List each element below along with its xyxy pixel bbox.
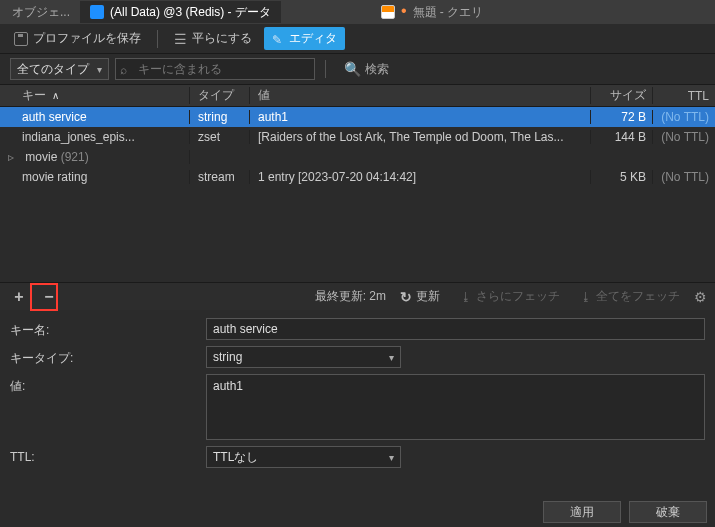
bottom-bar: 適用 破棄 — [543, 501, 707, 523]
flatten-icon: ☰ — [174, 31, 187, 47]
divider — [325, 60, 326, 78]
tab-data[interactable]: (All Data) @3 (Redis) - データ — [80, 1, 281, 23]
divider — [157, 30, 158, 48]
button-label: 検索 — [365, 61, 389, 78]
apply-button[interactable]: 適用 — [543, 501, 621, 523]
ttl-select[interactable]: TTLなし ▾ — [206, 446, 401, 468]
flatten-button[interactable]: ☰ 平らにする — [166, 27, 260, 50]
key-type-label: キータイプ: — [10, 346, 206, 367]
remove-key-button[interactable]: − — [38, 286, 60, 308]
key-table: キー ∧ タイプ 値 サイズ TTL auth service string a… — [0, 84, 715, 282]
table-row[interactable]: movie rating stream 1 entry [2023-07-20 … — [0, 167, 715, 187]
edit-icon: ✎ — [272, 33, 284, 45]
key-search-input[interactable] — [134, 62, 310, 76]
column-header-ttl[interactable]: TTL — [653, 89, 715, 103]
tab-label: オブジェ... — [12, 4, 70, 21]
key-type-select[interactable]: string ▾ — [206, 346, 401, 368]
tab-bar: オブジェ... (All Data) @3 (Redis) - データ • 無題… — [0, 0, 715, 24]
type-filter-select[interactable]: 全てのタイプ ▾ — [10, 58, 109, 80]
column-header-value[interactable]: 値 — [250, 87, 591, 104]
search-icon: 🔍 — [344, 61, 361, 77]
sort-asc-icon: ∧ — [52, 90, 59, 101]
button-label: 平らにする — [192, 30, 252, 47]
search-field-wrap: ⌕ — [115, 58, 315, 80]
chevron-down-icon: ▾ — [97, 64, 102, 75]
database-icon — [90, 5, 104, 19]
tab-label: (All Data) @3 (Redis) - データ — [110, 4, 271, 21]
fetch-all-button[interactable]: ⭳ 全てをフェッチ — [574, 288, 686, 305]
key-icon: ⌕ — [120, 63, 134, 75]
button-label: エディタ — [289, 30, 337, 47]
download-icon: ⭳ — [460, 290, 472, 304]
refresh-button[interactable]: ↻ 更新 — [394, 288, 446, 305]
toolbar: プロファイルを保存 ☰ 平らにする ✎ エディタ — [0, 24, 715, 54]
table-row[interactable]: indiana_jones_epis... zset [Raiders of t… — [0, 127, 715, 147]
expand-icon[interactable]: ▹ — [8, 150, 18, 164]
fetch-more-button[interactable]: ⭳ さらにフェッチ — [454, 288, 566, 305]
download-all-icon: ⭳ — [580, 290, 592, 304]
value-label: 値: — [10, 374, 206, 395]
ttl-label: TTL: — [10, 446, 206, 464]
value-textarea[interactable]: auth1 — [206, 374, 705, 440]
tab-query[interactable]: • 無題 - クエリ — [371, 1, 493, 23]
save-profile-button[interactable]: プロファイルを保存 — [6, 27, 149, 50]
filter-bar: 全てのタイプ ▾ ⌕ 🔍 検索 — [0, 54, 715, 84]
details-pane: キー名: auth service キータイプ: string ▾ 値: aut… — [0, 310, 715, 468]
column-header-key[interactable]: キー ∧ — [0, 87, 190, 104]
editor-button[interactable]: ✎ エディタ — [264, 27, 345, 50]
chevron-down-icon: ▾ — [389, 352, 394, 363]
action-bar: + − 最終更新: 2m ↻ 更新 ⭳ さらにフェッチ ⭳ 全てをフェッチ ⚙ — [0, 282, 715, 310]
column-header-type[interactable]: タイプ — [190, 87, 250, 104]
gear-icon[interactable]: ⚙ — [694, 289, 707, 305]
table-row[interactable]: ▹ movie (921) — [0, 147, 715, 167]
tab-objects[interactable]: オブジェ... — [2, 1, 80, 23]
key-name-input[interactable]: auth service — [206, 318, 705, 340]
chevron-down-icon: ▾ — [389, 452, 394, 463]
table-header: キー ∧ タイプ 値 サイズ TTL — [0, 85, 715, 107]
refresh-icon: ↻ — [400, 289, 412, 305]
search-button[interactable]: 🔍 検索 — [336, 61, 389, 78]
table-row[interactable]: auth service string auth1 72 B (No TTL) — [0, 107, 715, 127]
column-header-size[interactable]: サイズ — [591, 87, 653, 104]
sheet-icon — [381, 5, 395, 19]
key-name-label: キー名: — [10, 318, 206, 339]
discard-button[interactable]: 破棄 — [629, 501, 707, 523]
last-update-label: 最終更新: 2m — [315, 288, 386, 305]
dirty-indicator-icon: • — [401, 6, 407, 16]
save-icon — [14, 32, 28, 46]
button-label: プロファイルを保存 — [33, 30, 141, 47]
tab-label: 無題 - クエリ — [413, 4, 484, 21]
add-key-button[interactable]: + — [8, 286, 30, 308]
select-value: 全てのタイプ — [17, 61, 89, 78]
